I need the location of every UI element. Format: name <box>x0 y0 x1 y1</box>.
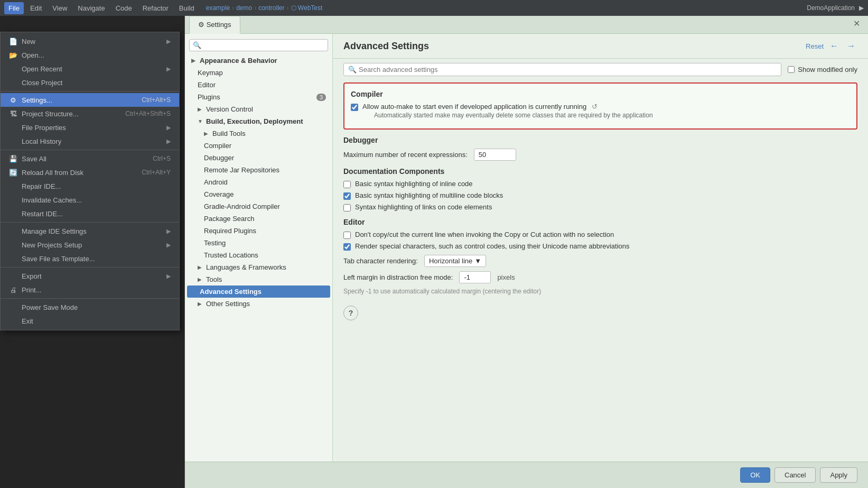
menu-item-new[interactable]: 📄 New ▶ <box>1 34 179 48</box>
menu-refactor[interactable]: Refactor <box>138 2 173 14</box>
show-modified-label: Show modified only <box>798 66 857 73</box>
tree-item-plugins[interactable]: Plugins 3 <box>185 91 332 103</box>
render-special-checkbox[interactable] <box>343 243 351 251</box>
menu-file[interactable]: File <box>4 2 24 14</box>
menu-navigate[interactable]: Navigate <box>73 2 109 14</box>
tab-rendering-row: Tab character rendering: Horizontal line… <box>343 255 857 267</box>
menu-item-close-project[interactable]: Close Project <box>1 76 179 89</box>
editor-checkbox-1: Don't copy/cut the current line when inv… <box>343 231 857 239</box>
menu-item-invalidate-caches[interactable]: Invalidate Caches... <box>1 193 179 207</box>
tree-item-coverage[interactable]: Coverage <box>185 188 332 200</box>
menu-item-print[interactable]: 🖨 Print... <box>1 283 179 297</box>
tree-item-android[interactable]: Android <box>185 176 332 188</box>
links-syntax-checkbox[interactable] <box>343 204 351 211</box>
tree-item-editor[interactable]: Editor <box>185 79 332 91</box>
tree-item-version-control[interactable]: ▶ Version Control <box>185 103 332 115</box>
menu-item-manage-ide-settings[interactable]: Manage IDE Settings ▶ <box>1 224 179 238</box>
tree-item-other-settings[interactable]: ▶ Other Settings <box>185 298 332 310</box>
multiline-syntax-checkbox[interactable] <box>343 192 351 200</box>
debugger-field-row: Maximum number of recent expressions: <box>343 149 857 161</box>
ok-button[interactable]: OK <box>740 467 770 483</box>
tree-item-debugger[interactable]: Debugger <box>185 152 332 164</box>
tree-item-compiler[interactable]: Compiler <box>185 140 332 152</box>
run-icon[interactable]: ▶ <box>859 4 864 12</box>
left-margin-input[interactable] <box>459 271 491 283</box>
menu-item-reload[interactable]: 🔄 Reload All from Disk Ctrl+Alt+Y <box>1 165 179 179</box>
menu-item-restart-ide[interactable]: Restart IDE... <box>1 207 179 220</box>
menu-item-exit[interactable]: Exit <box>1 314 179 328</box>
max-expressions-label: Maximum number of recent expressions: <box>343 151 468 159</box>
settings-icon: ⚙ <box>9 96 17 104</box>
tree-item-languages[interactable]: ▶ Languages & Frameworks <box>185 261 332 273</box>
links-syntax-label: Syntax highlighting of links on code ele… <box>355 203 492 211</box>
tree-item-advanced-settings[interactable]: Advanced Settings <box>187 286 330 298</box>
left-margin-hint: Specify -1 to use automatically calculat… <box>343 288 857 295</box>
doc-checkbox-2: Basic syntax highlighting of multiline c… <box>343 191 857 200</box>
pixels-label: pixels <box>497 273 515 281</box>
tree-item-build-tools[interactable]: ▶ Build Tools <box>185 127 332 140</box>
advanced-search-input[interactable] <box>359 66 777 73</box>
settings-body: 🔍 ▶ Appearance & Behavior Keymap Editor … <box>185 34 868 462</box>
tree-item-keymap[interactable]: Keymap <box>185 67 332 79</box>
breadcrumb-webtest[interactable]: ⬡ WebTest <box>291 4 323 12</box>
menu-item-open-recent[interactable]: Open Recent ▶ <box>1 62 179 76</box>
apply-button[interactable]: Apply <box>820 467 857 483</box>
breadcrumb-controller[interactable]: controller <box>258 4 284 12</box>
menu-item-export[interactable]: Export ▶ <box>1 269 179 283</box>
menu-item-open[interactable]: 📂 Open... <box>1 48 179 62</box>
menu-item-settings[interactable]: ⚙ Settings... Ctrl+Alt+S <box>1 93 179 107</box>
tree-item-gradle-android[interactable]: Gradle-Android Compiler <box>185 200 332 213</box>
structure-icon: 🏗 <box>9 109 17 118</box>
compiler-section-box: Compiler Allow auto-make to start even i… <box>343 82 857 130</box>
breadcrumb-example[interactable]: example <box>206 4 230 12</box>
chevron-down-icon: ▼ <box>474 257 481 265</box>
menu-item-power-save[interactable]: Power Save Mode <box>1 300 179 314</box>
menu-view[interactable]: View <box>48 2 71 14</box>
tree-search-input[interactable] <box>203 42 324 49</box>
menu-item-project-structure[interactable]: 🏗 Project Structure... Ctrl+Alt+Shift+S <box>1 107 179 121</box>
tab-rendering-dropdown[interactable]: Horizontal line ▼ <box>424 255 486 267</box>
menu-edit[interactable]: Edit <box>26 2 46 14</box>
menu-item-local-history[interactable]: Local History ▶ <box>1 134 179 148</box>
help-button[interactable]: ? <box>343 306 358 320</box>
tree-item-remote-jar[interactable]: Remote Jar Repositories <box>185 164 332 176</box>
menu-item-new-projects-setup[interactable]: New Projects Setup ▶ <box>1 238 179 252</box>
tree-item-trusted-locations[interactable]: Trusted Locations <box>185 249 332 261</box>
refresh-icon[interactable]: ↺ <box>592 103 598 111</box>
dialog-close-button[interactable]: ✕ <box>849 16 864 31</box>
settings-content: Advanced Settings Reset ← → 🔍 <box>333 34 868 462</box>
breadcrumb-demo[interactable]: demo <box>236 4 252 12</box>
tree-item-required-plugins[interactable]: Required Plugins <box>185 225 332 237</box>
advanced-search-input-container[interactable]: 🔍 <box>343 63 781 76</box>
left-margin-row: Left margin in distraction free mode: pi… <box>343 271 857 283</box>
file-menu-dropdown: 📄 New ▶ 📂 Open... Open Recent ▶ <box>0 32 180 330</box>
tree-search-box[interactable]: 🔍 <box>189 39 328 51</box>
menu-item-save-template[interactable]: Save File as Template... <box>1 252 179 265</box>
menu-item-repair-ide[interactable]: Repair IDE... <box>1 179 179 193</box>
copy-cut-checkbox[interactable] <box>343 232 351 239</box>
tree-item-appearance[interactable]: ▶ Appearance & Behavior <box>185 54 332 67</box>
cancel-button[interactable]: Cancel <box>774 467 816 483</box>
menu-code[interactable]: Code <box>111 2 136 14</box>
tree-item-package-search[interactable]: Package Search <box>185 213 332 225</box>
nav-back-button[interactable]: ← <box>828 40 841 52</box>
menu-item-save-all[interactable]: 💾 Save All Ctrl+S <box>1 152 179 165</box>
settings-footer: OK Cancel Apply <box>185 462 868 488</box>
tree-item-tools[interactable]: ▶ Tools <box>185 273 332 286</box>
show-modified-toggle[interactable]: Show modified only <box>788 66 857 73</box>
menu-divider-2 <box>1 150 179 150</box>
reset-button[interactable]: Reset <box>806 42 824 50</box>
automake-checkbox[interactable] <box>351 104 358 111</box>
inline-syntax-checkbox[interactable] <box>343 181 351 188</box>
menu-build[interactable]: Build <box>175 2 199 14</box>
max-expressions-input[interactable] <box>474 149 516 161</box>
tab-settings[interactable]: ⚙ Settings <box>189 16 240 34</box>
tree-item-build-execution[interactable]: ▼ Build, Execution, Deployment <box>185 115 332 127</box>
menu-bar-right: DemoApplication ▶ <box>807 4 864 12</box>
tree-item-testing[interactable]: Testing <box>185 237 332 249</box>
nav-forward-button[interactable]: → <box>845 40 857 52</box>
show-modified-checkbox[interactable] <box>788 66 795 73</box>
menu-divider-1 <box>1 91 179 91</box>
menu-item-file-properties[interactable]: File Properties ▶ <box>1 121 179 134</box>
editor-checkbox-2: Render special characters, such as contr… <box>343 242 857 251</box>
